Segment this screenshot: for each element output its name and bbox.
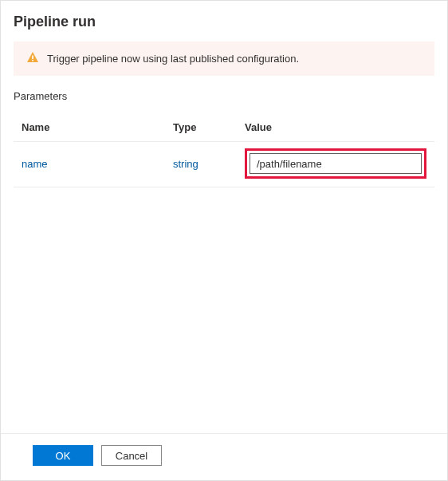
param-type: string xyxy=(173,158,245,170)
warning-icon xyxy=(26,51,39,66)
table-row: name string xyxy=(14,142,434,187)
svg-rect-0 xyxy=(32,56,33,60)
warning-alert: Trigger pipeline now using last publishe… xyxy=(14,41,434,76)
value-highlight xyxy=(245,148,426,179)
warning-text: Trigger pipeline now using last publishe… xyxy=(47,53,299,65)
panel-title: Pipeline run xyxy=(14,14,434,30)
parameters-label: Parameters xyxy=(14,90,434,102)
table-header: Name Type Value xyxy=(14,115,434,142)
param-name: name xyxy=(22,158,173,170)
param-value-cell xyxy=(245,148,426,179)
ok-button[interactable]: OK xyxy=(33,445,93,466)
pipeline-run-panel: Pipeline run Trigger pipeline now using … xyxy=(1,1,447,433)
parameters-table: Name Type Value name string xyxy=(14,115,434,187)
header-name: Name xyxy=(22,121,173,133)
spacer xyxy=(14,187,434,433)
svg-rect-1 xyxy=(32,60,33,61)
cancel-button[interactable]: Cancel xyxy=(101,445,162,466)
footer: OK Cancel xyxy=(1,433,447,480)
header-value: Value xyxy=(245,121,426,133)
param-value-input[interactable] xyxy=(250,153,422,174)
header-type: Type xyxy=(173,121,245,133)
